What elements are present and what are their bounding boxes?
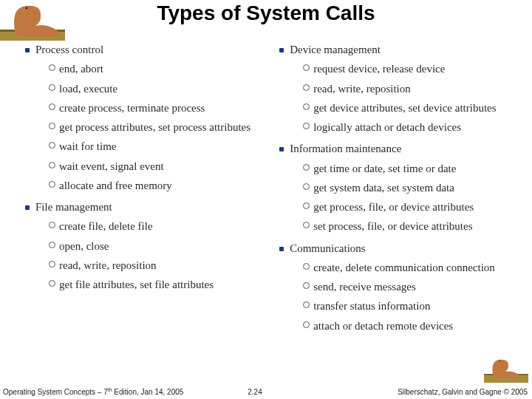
left-column: Process control end, abort load, execute… (15, 37, 262, 338)
list-item: get process attributes, set process attr… (49, 119, 262, 136)
svg-point-7 (499, 361, 500, 361)
list-item: wait for time (49, 138, 262, 155)
slide-title: Types of System Calls (0, 1, 532, 25)
section-communications: Communications create, delete communicat… (279, 240, 528, 335)
list-item: read, write, reposition (303, 81, 528, 98)
list-item: send, receive messages (303, 279, 528, 296)
list-item: get device attributes, set device attrib… (303, 100, 528, 117)
list-item: load, execute (49, 81, 262, 98)
section-heading: Information maintenance (290, 143, 401, 154)
section-heading: Process control (35, 44, 103, 55)
section-device-management: Device management request device, releas… (279, 41, 528, 136)
section-heading: Device management (290, 44, 381, 55)
slide: Types of System Calls Process control en… (0, 0, 532, 399)
copyright-icon: © (504, 388, 509, 396)
slide-number: 2.24 (248, 388, 262, 396)
footer-right-a: Silberschatz, Galvin and Gagne (398, 388, 503, 396)
dinosaur-logo-small-icon (484, 355, 528, 384)
list-item: get file attributes, set file attributes (49, 276, 262, 293)
footer-right: Silberschatz, Galvin and Gagne © 2005 (398, 388, 528, 396)
list-item: end, abort (49, 61, 262, 78)
list-item: set process, file, or device attributes (303, 218, 528, 235)
sub-list: create, delete communication connection … (290, 259, 528, 335)
list-item: allocate and free memory (49, 177, 262, 194)
list-item: create, delete communication connection (303, 259, 528, 276)
section-heading: Communications (290, 242, 366, 254)
section-process-control: Process control end, abort load, execute… (25, 41, 262, 194)
list-item: open, close (49, 238, 262, 255)
list-item: transfer status information (303, 298, 528, 315)
section-file-management: File management create file, delete file… (25, 199, 262, 293)
list-item: logically attach or detach devices (303, 119, 528, 136)
right-list: Device management request device, releas… (269, 41, 528, 335)
section-heading: File management (35, 201, 112, 213)
sub-list: request device, release device read, wri… (290, 61, 528, 136)
right-column: Device management request device, releas… (269, 37, 528, 338)
list-item: create process, terminate process (49, 100, 262, 117)
section-information-maintenance: Information maintenance get time or date… (279, 140, 528, 235)
footer-right-b: 2005 (509, 388, 528, 396)
svg-point-6 (499, 360, 503, 364)
list-item: wait event, signal event (49, 158, 262, 175)
list-item: read, write, reposition (49, 257, 262, 274)
list-item: get time or date, set time or date (303, 160, 528, 177)
list-item: request device, release device (303, 61, 528, 78)
list-item: attach or detach remote devices (303, 318, 528, 335)
footer: Operating System Concepts – 7th Edition,… (0, 384, 532, 398)
sub-list: create file, delete file open, close rea… (35, 218, 262, 293)
list-item: get process, file, or device attributes (303, 199, 528, 216)
list-item: get system data, set system data (303, 180, 528, 197)
left-list: Process control end, abort load, execute… (15, 41, 262, 293)
sub-list: get time or date, set time or date get s… (290, 160, 528, 236)
sub-list: end, abort load, execute create process,… (35, 61, 262, 194)
list-item: create file, delete file (49, 218, 262, 235)
content-area: Process control end, abort load, execute… (15, 37, 528, 338)
